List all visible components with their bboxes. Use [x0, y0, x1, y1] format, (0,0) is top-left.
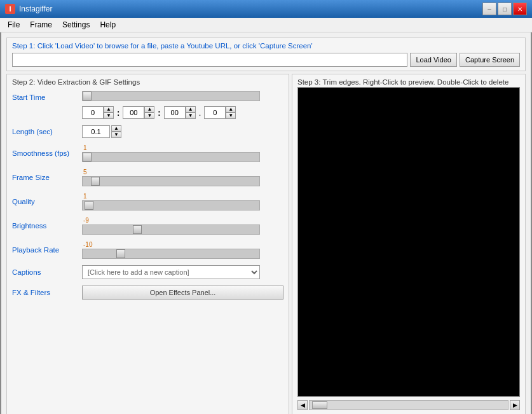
menu-bar: File Frame Settings Help — [0, 18, 532, 32]
seconds-spinner: ▲ ▼ — [164, 106, 196, 119]
step1-area: Step 1: Click 'Load Video' to browse for… — [6, 38, 526, 71]
brightness-value: -9 — [83, 217, 283, 224]
playback-control: -10 — [82, 241, 283, 259]
quality-slider[interactable] — [82, 200, 260, 210]
preview-scrollbar: ◀ ▶ — [297, 399, 520, 411]
fx-control: Open Effects Panel... — [82, 286, 283, 300]
brightness-row: Brightness -9 — [12, 217, 283, 235]
right-panel: Step 3: Trim edges. Right-Click to previ… — [292, 74, 526, 414]
step2-title: Step 2: Video Extraction & GIF Settings — [12, 78, 283, 86]
ms-input[interactable] — [204, 106, 226, 119]
minutes-spinner: ▲ ▼ — [123, 106, 154, 119]
start-time-spinners-row: ▲ ▼ : ▲ ▼ — [12, 106, 283, 119]
step1-label: Step 1: Click 'Load Video' to browse for… — [12, 42, 520, 50]
preview-area[interactable] — [297, 87, 520, 397]
ms-spinner: ▲ ▼ — [204, 106, 236, 119]
time-controls: ▲ ▼ : ▲ ▼ — [82, 106, 236, 119]
close-button[interactable]: ✕ — [513, 3, 527, 15]
ms-up[interactable]: ▲ — [226, 106, 236, 113]
brightness-slider[interactable] — [82, 224, 260, 235]
frame-size-slider[interactable] — [82, 176, 260, 186]
colon1: : — [115, 108, 121, 118]
quality-label: Quality — [12, 198, 82, 205]
hours-input-group — [82, 106, 104, 119]
frame-size-row: Frame Size 5 — [12, 169, 283, 186]
ms-input-group — [204, 106, 226, 119]
ms-spinbtns: ▲ ▼ — [226, 106, 236, 119]
captions-row: Captions [Click here to add a new captio… — [12, 265, 283, 279]
minutes-input[interactable] — [123, 106, 144, 119]
hours-spinner: ▲ ▼ — [82, 106, 114, 119]
app-title: Instagiffer — [19, 4, 482, 13]
menu-file[interactable]: File — [3, 19, 25, 31]
playback-row: Playback Rate -10 — [12, 241, 283, 259]
scroll-right-button[interactable]: ▶ — [510, 400, 520, 410]
scroll-track[interactable] — [309, 400, 508, 410]
frame-size-value: 5 — [83, 169, 283, 176]
menu-settings[interactable]: Settings — [57, 19, 95, 31]
ms-down[interactable]: ▼ — [226, 113, 236, 119]
minimize-button[interactable]: – — [482, 3, 496, 15]
colon2: : — [156, 108, 162, 118]
start-time-control — [82, 91, 283, 104]
length-row: Length (sec) ▲ ▼ — [12, 125, 283, 138]
menu-help[interactable]: Help — [95, 19, 121, 31]
seconds-spinbtns: ▲ ▼ — [186, 106, 196, 119]
start-time-row: Start Time — [12, 91, 283, 104]
window-controls: – □ ✕ — [482, 3, 527, 15]
minutes-up[interactable]: ▲ — [144, 106, 154, 113]
minutes-down[interactable]: ▼ — [144, 113, 154, 119]
smoothness-label: Smoothness (fps) — [12, 149, 82, 157]
maximize-button[interactable]: □ — [498, 3, 512, 15]
content-area: Step 2: Video Extraction & GIF Settings … — [1, 74, 531, 414]
title-bar: I Instagiffer – □ ✕ — [0, 0, 532, 18]
seconds-down[interactable]: ▼ — [186, 113, 196, 119]
step1-row: Load Video Capture Screen — [12, 53, 520, 67]
brightness-label: Brightness — [12, 222, 82, 230]
length-spinner: ▲ ▼ — [82, 125, 121, 138]
smoothness-control: 1 — [82, 144, 283, 162]
capture-screen-button[interactable]: Capture Screen — [460, 53, 520, 67]
open-effects-button[interactable]: Open Effects Panel... — [82, 286, 283, 300]
captions-select[interactable]: [Click here to add a new caption] — [82, 265, 260, 279]
seconds-up[interactable]: ▲ — [186, 106, 196, 113]
length-label: Length (sec) — [12, 128, 82, 135]
captions-control: [Click here to add a new caption] — [82, 265, 283, 279]
brightness-control: -9 — [82, 217, 283, 235]
main-window: Step 1: Click 'Load Video' to browse for… — [0, 32, 532, 414]
hours-down[interactable]: ▼ — [104, 113, 114, 119]
scroll-left-button[interactable]: ◀ — [297, 400, 308, 410]
length-input[interactable] — [82, 125, 110, 138]
minutes-input-group — [123, 106, 144, 119]
minutes-spinbtns: ▲ ▼ — [144, 106, 154, 119]
start-time-slider[interactable] — [82, 91, 260, 101]
quality-row: Quality 1 — [12, 193, 283, 210]
length-down[interactable]: ▼ — [111, 132, 121, 138]
menu-frame[interactable]: Frame — [25, 19, 57, 31]
length-up[interactable]: ▲ — [111, 125, 121, 132]
smoothness-row: Smoothness (fps) 1 — [12, 144, 283, 162]
load-video-button[interactable]: Load Video — [410, 53, 456, 67]
seconds-input-group — [164, 106, 186, 119]
left-panel: Step 2: Video Extraction & GIF Settings … — [6, 74, 289, 414]
hours-up[interactable]: ▲ — [104, 106, 114, 113]
smoothness-slider[interactable] — [82, 152, 260, 162]
capture-screen-link[interactable]: Capture Screen — [260, 42, 311, 50]
hours-input[interactable] — [82, 106, 104, 119]
scroll-thumb[interactable] — [312, 401, 327, 409]
captions-label: Captions — [12, 268, 82, 276]
fx-row: FX & Filters Open Effects Panel... — [12, 286, 283, 300]
dot-separator: . — [197, 108, 203, 118]
length-spinbtns: ▲ ▼ — [111, 125, 121, 138]
fx-label: FX & Filters — [12, 289, 82, 296]
step3-title: Step 3: Trim edges. Right-Click to previ… — [297, 78, 520, 86]
smoothness-value: 1 — [83, 144, 283, 151]
playback-label: Playback Rate — [12, 246, 82, 254]
start-time-label: Start Time — [12, 93, 82, 101]
url-input[interactable] — [12, 53, 407, 67]
quality-value: 1 — [83, 193, 283, 200]
playback-value: -10 — [83, 241, 283, 248]
playback-slider[interactable] — [82, 249, 260, 259]
seconds-input[interactable] — [164, 106, 186, 119]
hours-spinbtns: ▲ ▼ — [104, 106, 114, 119]
